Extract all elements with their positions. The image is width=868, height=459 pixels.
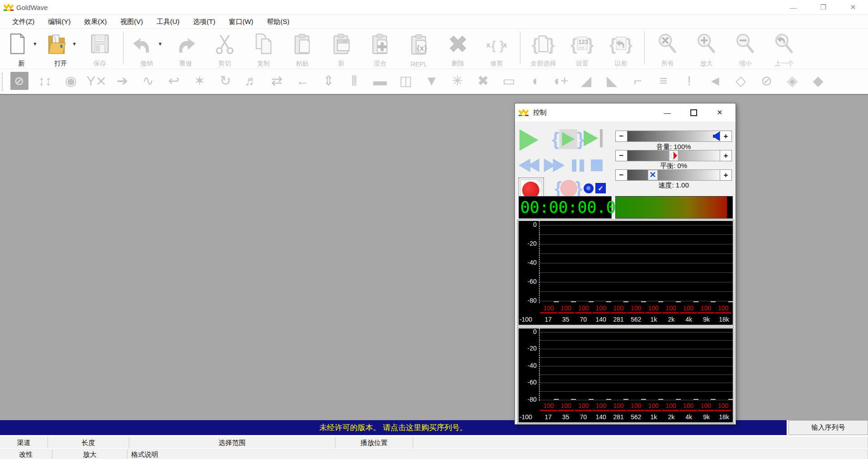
toolbar-delete-button[interactable]: 删除 (439, 29, 477, 69)
dropdown-arrow-icon[interactable]: ▼ (158, 41, 163, 47)
menu-item-窗口(W)[interactable]: 窗口(W) (222, 16, 260, 28)
arrow-left-icon[interactable]: ← (290, 71, 316, 93)
title-bar[interactable]: GoldWave — ❐ ✕ (0, 0, 868, 14)
volume-match-icon[interactable]: ≡ (651, 71, 676, 93)
gate-icon[interactable]: ◫ (393, 71, 419, 93)
toolbar-redo-button[interactable]: 重做 (166, 29, 205, 69)
speaker-icon[interactable] (712, 131, 721, 141)
expand-icon[interactable]: ⇕ (316, 71, 341, 93)
fast-forward-button[interactable] (544, 159, 565, 172)
menu-item-文件(Z)[interactable]: 文件(Z) (5, 16, 41, 28)
goldwave-main-window: GoldWave — ❐ ✕ 文件(Z)编辑(Y)效果(X)视图(V)工具(U)… (0, 0, 868, 459)
control-maximize-button[interactable] (680, 103, 707, 122)
toolbar-zoom-in-button[interactable]: 放大 (687, 29, 726, 69)
toolbar-select-all-button[interactable]: 全部选择 (524, 29, 563, 69)
wave-icon[interactable]: ∿ (135, 71, 161, 93)
control-close-button[interactable]: ✕ (707, 103, 733, 122)
volume-shape-icon[interactable]: ⌐ (625, 71, 651, 93)
balance-thumb[interactable] (669, 150, 678, 161)
toolbar-trim-button[interactable]: 修剪 (477, 29, 516, 69)
play-button[interactable] (519, 129, 538, 151)
close-button[interactable]: ✕ (838, 0, 868, 14)
burst-icon[interactable]: ✶ (187, 71, 212, 93)
toolbar-paste-new-button[interactable]: 新 (322, 29, 361, 69)
toolbar-zoom-prev-button[interactable]: 上一个 (765, 29, 804, 69)
toolbar-set123-button[interactable]: 设置 (563, 29, 602, 69)
speed-track[interactable]: ✕ (627, 169, 720, 181)
toolbar-cut-button[interactable]: 剪切 (205, 29, 244, 69)
spin-icon[interactable]: ↻ (212, 71, 238, 93)
crackle-icon[interactable]: ✳ (444, 71, 470, 93)
exchange-icon[interactable]: ⇄ (264, 71, 290, 93)
volume-max-icon[interactable]: ! (676, 71, 702, 93)
toolbar-new-button[interactable]: ▼新 (2, 29, 41, 69)
parametric-icon[interactable]: ◇ (728, 71, 754, 93)
record-selection-button[interactable]: { } (555, 179, 582, 197)
balance-plus-button[interactable]: + (720, 150, 732, 161)
monitor-checkbox[interactable]: ✓ (595, 183, 606, 193)
speaker-small-icon[interactable]: ◄ (702, 71, 728, 93)
toolbar-paste-button[interactable]: 粘贴 (283, 29, 322, 69)
restore-button[interactable]: ❐ (808, 0, 838, 14)
speed-minus-button[interactable]: − (615, 169, 627, 181)
volume-slider[interactable]: − + (615, 131, 732, 142)
menu-item-编辑(Y)[interactable]: 编辑(Y) (41, 16, 77, 28)
score-icon[interactable]: ♬ (238, 71, 264, 93)
dropdown-arrow-icon[interactable]: ▼ (72, 41, 77, 47)
sphere-icon[interactable]: ◉ (58, 71, 84, 93)
volume-minus-button[interactable]: − (615, 131, 627, 142)
noise-icon[interactable]: ✖ (470, 71, 496, 93)
undo-curve-icon[interactable]: ↩ (161, 71, 187, 93)
toolbar-grip[interactable] (2, 73, 6, 91)
volume-up-icon[interactable]: ◢ (573, 71, 599, 93)
toolbar-copy-button[interactable]: 复制 (244, 29, 283, 69)
sparkle-icon[interactable]: ◆ (805, 71, 831, 93)
menu-item-帮助(S)[interactable]: 帮助(S) (260, 16, 296, 28)
toolbar-previous-button[interactable]: 以前 (602, 29, 641, 69)
speaker-fade-icon[interactable]: ◖+ (547, 71, 573, 93)
play-to-end-button[interactable] (584, 129, 603, 147)
speed-slider[interactable]: − ✕ + (615, 169, 732, 181)
spectrum-plot: 0-20-40-60-80100100100100100100100100100… (519, 221, 733, 314)
equalizer-icon[interactable]: ⫴ (341, 71, 367, 93)
monitor-toggle[interactable]: ✓ (584, 183, 606, 193)
toolbar-zoom-all-button[interactable]: 所有 (648, 29, 687, 69)
rewind-button[interactable] (519, 159, 539, 172)
control-title-bar[interactable]: 控制 — ✕ (515, 103, 736, 122)
drum-icon[interactable]: ▬ (367, 71, 393, 93)
enter-serial-button[interactable]: 输入序列号 (788, 420, 868, 435)
mute-icon[interactable]: ⊘ (754, 71, 779, 93)
balance-minus-button[interactable]: − (615, 150, 627, 161)
properties-icon[interactable]: ⊘ (6, 71, 32, 93)
play-selection-button[interactable]: { } (552, 129, 584, 149)
toolbar-mix-button[interactable]: 混合 (361, 29, 400, 69)
speed-plus-button[interactable]: + (720, 169, 732, 181)
speed-thumb[interactable]: ✕ (648, 170, 658, 180)
adjust-icon[interactable]: ↕↕ (32, 71, 58, 93)
menu-item-工具(U)[interactable]: 工具(U) (150, 16, 186, 28)
dropdown-arrow-icon[interactable]: ▼ (33, 41, 38, 47)
menu-item-效果(X)[interactable]: 效果(X) (77, 16, 113, 28)
wagon-icon[interactable]: ▭ (496, 71, 522, 93)
toolbar-repl-button[interactable]: REPL (400, 29, 439, 69)
mixer-icon[interactable]: Y⨯ (84, 71, 109, 93)
insert-icon[interactable]: ➔ (109, 71, 135, 93)
shape-icon[interactable]: ◈ (779, 71, 805, 93)
toolbar-save-button[interactable]: 保存 (80, 29, 119, 69)
volume-plus-button[interactable]: + (720, 131, 732, 142)
balance-slider[interactable]: − + (615, 150, 732, 161)
speaker-icon[interactable]: ◖ (522, 71, 547, 93)
volume-track[interactable] (627, 131, 720, 142)
minimize-button[interactable]: — (778, 0, 808, 14)
pause-button[interactable] (572, 159, 584, 172)
toolbar-undo-button[interactable]: ▼撤销 (127, 29, 166, 69)
toolbar-zoom-out-button[interactable]: 缩小 (726, 29, 765, 69)
control-minimize-button[interactable]: — (654, 103, 680, 122)
menu-item-选项(T)[interactable]: 选项(T) (186, 16, 222, 28)
stop-button[interactable] (591, 159, 603, 171)
balance-track[interactable] (627, 150, 720, 161)
pitch-icon[interactable]: ▼ (419, 71, 444, 93)
toolbar-open-button[interactable]: ▼打开 (41, 29, 80, 69)
menu-item-视图(V)[interactable]: 视图(V) (113, 16, 150, 28)
volume-down-icon[interactable]: ◣ (599, 71, 625, 93)
